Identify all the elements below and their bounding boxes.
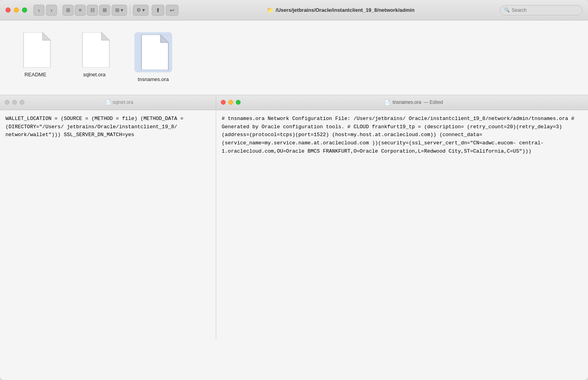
right-minimize-button[interactable] xyxy=(228,100,233,105)
grid-icon: ⊞ xyxy=(66,7,70,13)
right-editor-text: # tnsnames.ora Network Configuration Fil… xyxy=(222,116,574,154)
toolbar-separator xyxy=(130,5,130,14)
toolbar-views: ⊞ ≡ ⊟ ⊠ xyxy=(62,5,110,16)
left-doc-icon: 📄 xyxy=(105,100,111,105)
search-icon: 🔍 xyxy=(504,7,510,13)
gear-arrow-icon: ▾ xyxy=(142,7,145,13)
tnsnames-filename: tnsnames.ora xyxy=(138,76,169,83)
sqlnet-icon xyxy=(79,32,110,68)
gallery-icon: ⊠ xyxy=(103,7,107,13)
window-title-path: 📁 /Users/jetbrains/Oracle/instantclient_… xyxy=(182,7,500,13)
gallery-view-button[interactable]: ⊠ xyxy=(99,5,110,16)
right-editor-controls xyxy=(221,100,241,105)
left-maximize-button[interactable] xyxy=(20,100,24,105)
edited-label: — Edited xyxy=(424,100,443,105)
window-controls xyxy=(6,7,27,13)
search-input[interactable] xyxy=(512,7,578,13)
left-editor-titlebar: 📄 sqlnet.ora xyxy=(0,95,216,110)
right-editor-titlebar: 📄 tnsnames.ora — Edited xyxy=(216,95,588,110)
right-editor: 📄 tnsnames.ora — Edited # tnsnames.ora N… xyxy=(216,95,588,339)
close-button[interactable] xyxy=(6,7,11,13)
title-bar: ‹ › ⊞ ≡ ⊟ ⊠ ⊞ ▾ xyxy=(0,0,588,20)
right-editor-content[interactable]: # tnsnames.ora Network Configuration Fil… xyxy=(216,110,588,339)
tnsnames-icon xyxy=(138,35,169,70)
readme-icon xyxy=(20,32,51,68)
editor-section: 📄 sqlnet.ora WALLET_LOCATION = (SOURCE =… xyxy=(0,95,588,339)
left-editor-controls xyxy=(5,100,24,105)
search-bar[interactable]: 🔍 xyxy=(500,5,582,15)
maximize-button[interactable] xyxy=(22,7,27,13)
tnsnames-selected-bg xyxy=(134,32,172,72)
column-view-button[interactable]: ⊟ xyxy=(87,5,98,16)
list-icon: ≡ xyxy=(79,7,82,13)
left-minimize-button[interactable] xyxy=(12,100,17,105)
right-editor-title: 📄 tnsnames.ora — Edited xyxy=(244,100,583,105)
dropdown-arrow-icon: ▾ xyxy=(121,7,123,13)
folder-icon: 📁 xyxy=(267,7,273,13)
left-editor-content[interactable]: WALLET_LOCATION = (SOURCE = (METHOD = fi… xyxy=(0,110,216,339)
back-icon: ‹ xyxy=(38,7,40,13)
finder-window: ‹ › ⊞ ≡ ⊟ ⊠ ⊞ ▾ xyxy=(0,0,588,380)
list-view-button[interactable]: ≡ xyxy=(75,5,86,16)
left-close-button[interactable] xyxy=(5,100,9,105)
right-maximize-button[interactable] xyxy=(236,100,241,105)
file-item-sqlnet[interactable]: sqlnet.ora xyxy=(75,32,114,78)
icon-view-button[interactable]: ⊞ xyxy=(62,5,74,16)
readme-filename: README xyxy=(24,72,46,78)
gear-button[interactable]: ⚙ ▾ xyxy=(133,5,149,16)
view-dropdown-icon: ⊞ xyxy=(115,7,119,13)
window-path: /Users/jetbrains/Oracle/instantclient_19… xyxy=(276,7,414,13)
column-icon: ⊟ xyxy=(90,7,95,13)
toolbar-nav: ‹ › xyxy=(33,5,57,16)
finder-content: README sqlnet.ora xyxy=(0,20,588,380)
view-dropdown-button[interactable]: ⊞ ▾ xyxy=(112,5,127,16)
left-editor-title: 📄 sqlnet.ora xyxy=(28,100,211,105)
forward-icon: › xyxy=(51,7,53,13)
left-editor-text: WALLET_LOCATION = (SOURCE = (METHOD = fi… xyxy=(6,116,183,138)
forward-button[interactable]: › xyxy=(46,5,57,16)
left-editor: 📄 sqlnet.ora WALLET_LOCATION = (SOURCE =… xyxy=(0,95,216,339)
toolbar-actions: ⊞ ▾ ⚙ ▾ xyxy=(112,5,149,16)
gear-icon: ⚙ xyxy=(136,7,141,13)
share-icon: ⬆ xyxy=(156,7,160,13)
file-item-tnsnames[interactable]: tnsnames.ora xyxy=(134,32,173,83)
back-button[interactable]: ‹ xyxy=(33,5,44,16)
sqlnet-filename: sqlnet.ora xyxy=(83,72,105,78)
right-doc-icon: 📄 xyxy=(384,100,390,105)
tag-icon: ↩ xyxy=(170,7,175,13)
minimize-button[interactable] xyxy=(14,7,19,13)
tag-button[interactable]: ↩ xyxy=(166,5,178,16)
file-item-readme[interactable]: README xyxy=(16,32,55,78)
right-close-button[interactable] xyxy=(221,100,226,105)
share-button[interactable]: ⬆ xyxy=(152,5,164,16)
file-grid: README sqlnet.ora xyxy=(0,20,588,95)
